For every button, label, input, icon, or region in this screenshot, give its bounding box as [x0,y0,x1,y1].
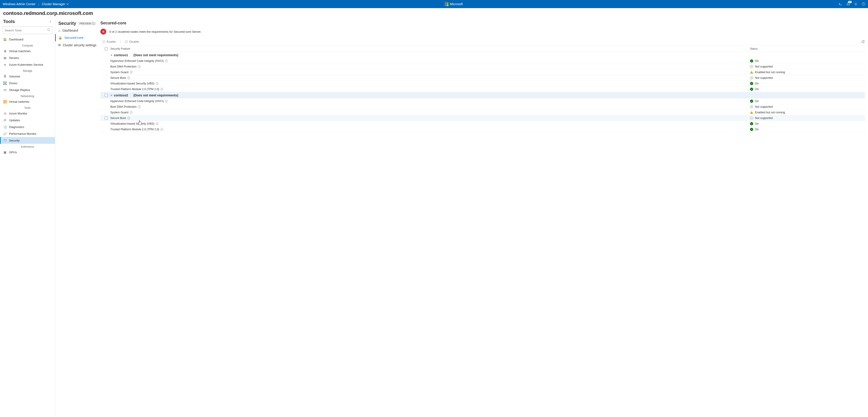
status-warning-icon [750,111,753,114]
enable-button[interactable]: Enable [100,39,118,44]
info-icon[interactable]: i [130,111,132,114]
select-all-checkbox[interactable] [105,47,108,50]
svg-point-2 [48,29,50,31]
status-on-icon: ✓ [750,128,753,131]
collapse-sidebar-button[interactable] [49,20,52,23]
azure-monitor-icon: ◷ [3,111,7,115]
status-text: Not supported [755,116,773,120]
feature-row[interactable]: Hypervisor Enforced Code Integrity (HVCI… [100,98,865,104]
info-icon[interactable]: i [138,65,141,68]
feature-name: Boot DMA Protection [110,105,136,108]
info-icon[interactable]: i [138,105,141,108]
sidebar-item-security[interactable]: 🛡Security [0,137,55,144]
breadcrumb: contoso.redmond.corp.microsoft.com [0,8,868,18]
status-not-supported-icon [750,105,753,108]
sidebar-item-virtual-switches[interactable]: 🔀Virtual switches [0,98,55,105]
sidebar-item-performance-monitor[interactable]: 📈Performance Monitor [0,130,55,137]
feature-row[interactable]: Boot DMA ProtectioniNot supported [100,64,865,70]
sidebar-item-diagnostics[interactable]: 🩺Diagnostics [0,124,55,130]
drives-icon: 💽 [3,81,7,85]
check-circle-icon [102,40,105,43]
node-name: contoso2 [114,94,128,97]
sidebar-item-virtual-machines[interactable]: 🖥Virtual machines [0,48,55,55]
info-icon[interactable]: i [160,88,163,91]
preview-badge: PREVIEW i [78,22,96,25]
group-label: Tools [0,105,55,110]
status-not-supported-icon [750,76,753,79]
feature-row[interactable]: System GuardiEnabled but not running [100,110,865,115]
column-status[interactable]: Status [750,47,863,50]
status-not-supported-icon [750,65,753,68]
subnav-item-dashboard[interactable]: ⌂Dashboard [55,27,100,34]
cloud-shell-icon[interactable] [839,2,842,6]
node-row[interactable]: contoso1(Does not meet requirements) [100,52,865,58]
status-text: Enabled but not running [755,71,785,74]
feature-row[interactable]: Trusted Platform Module 2.0 (TPM 2.0)i✓O… [100,127,865,132]
feature-row[interactable]: System GuardiEnabled but not running [100,70,865,75]
sidebar-item-label: Security [9,139,20,142]
feature-name: Hypervisor Enforced Code Integrity (HVCI… [110,100,164,103]
node-row[interactable]: contoso2(Does not meet requirements) [100,92,865,98]
status-warning-icon [750,71,753,74]
sidebar-item-azure-monitor[interactable]: ◷Azure Monitor [0,110,55,117]
virtual-switches-icon: 🔀 [3,100,7,103]
sidebar-item-gpus[interactable]: ▦GPUs [0,149,55,155]
security-icon: 🛡 [3,139,7,142]
sidebar-item-label: Dashboard [9,38,24,41]
sidebar-item-label: Virtual machines [9,49,31,53]
status-text: Not supported [755,65,773,68]
sidebar-item-azure-kubernetes-service[interactable]: ⎈Azure Kubernetes Service [0,61,55,68]
feature-row[interactable]: Secure BootiNot supported [100,75,865,81]
product-name[interactable]: Windows Admin Center [3,2,36,6]
column-feature[interactable]: Security Feature [110,47,750,50]
main-content: Secured-core ✕ 0 of 2 clustered nodes me… [100,18,868,417]
info-icon[interactable]: i [127,76,130,79]
info-icon[interactable]: i [127,117,130,119]
sidebar-item-label: Volumes [9,75,20,78]
feature-row[interactable]: Virtualization-based Security (VBS)i✓On [100,81,865,86]
feature-row[interactable]: Virtualization-based Security (VBS)i✓On [100,121,865,127]
row-checkbox[interactable] [105,94,108,97]
disable-button[interactable]: Disable [123,39,141,44]
feature-name: Trusted Platform Module 2.0 (TPM 2.0) [110,128,159,131]
secured-core-icon: 🔒 [58,36,62,39]
grid-header: Security Feature Status [100,46,865,52]
status-text: Not supported [755,76,773,79]
info-icon[interactable]: i [156,123,158,125]
info-icon[interactable]: i [165,60,168,62]
search-tools-input[interactable] [3,26,52,34]
subnav-item-label: Secured-core [64,36,84,39]
feature-row[interactable]: Boot DMA ProtectioniNot supported [100,104,865,110]
status-text: Not supported [755,105,773,108]
info-icon[interactable]: i [160,128,163,131]
sidebar-item-label: Updates [9,118,20,122]
info-icon[interactable]: i [156,82,158,85]
status-text: 0 of 2 clustered nodes meet the requirem… [110,30,202,33]
sidebar-item-updates[interactable]: ⟳Updates [0,117,55,124]
subnav-item-secured-core[interactable]: 🔒Secured-core [55,34,100,41]
sidebar-item-storage-replica[interactable]: 🗃Storage Replica [0,86,55,93]
refresh-button[interactable] [861,40,865,43]
chevron-down-icon[interactable] [110,54,113,56]
help-icon[interactable] [862,2,865,6]
sidebar-item-servers[interactable]: ▤Servers [0,55,55,61]
row-checkbox[interactable] [105,116,108,120]
sidebar-item-drives[interactable]: 💽Drives [0,80,55,86]
info-icon[interactable]: i [92,22,95,25]
info-icon[interactable]: i [130,71,132,74]
info-icon[interactable]: i [165,100,168,103]
sidebar-item-volumes[interactable]: 🗄Volumes [0,73,55,80]
performance-monitor-icon: 📈 [3,132,7,135]
settings-icon[interactable] [854,2,858,6]
subnav-item-cluster-security-settings[interactable]: ⧉Cluster security settings [55,41,100,49]
context-switcher[interactable]: Cluster Manager [42,2,69,6]
feature-name: Secure Boot [110,116,126,120]
feature-row[interactable]: Trusted Platform Module 2.0 (TPM 2.0)i✓O… [100,86,865,92]
status-text: On [755,128,759,131]
sidebar-item-dashboard[interactable]: 🏠Dashboard [0,36,55,43]
feature-row[interactable]: Hypervisor Enforced Code Integrity (HVCI… [100,58,865,64]
notifications-icon[interactable]: 17 [846,2,850,6]
chevron-down-icon[interactable] [110,94,113,96]
group-label: Extensions [0,144,55,149]
feature-row[interactable]: Secure BootiNot supported [100,115,865,121]
